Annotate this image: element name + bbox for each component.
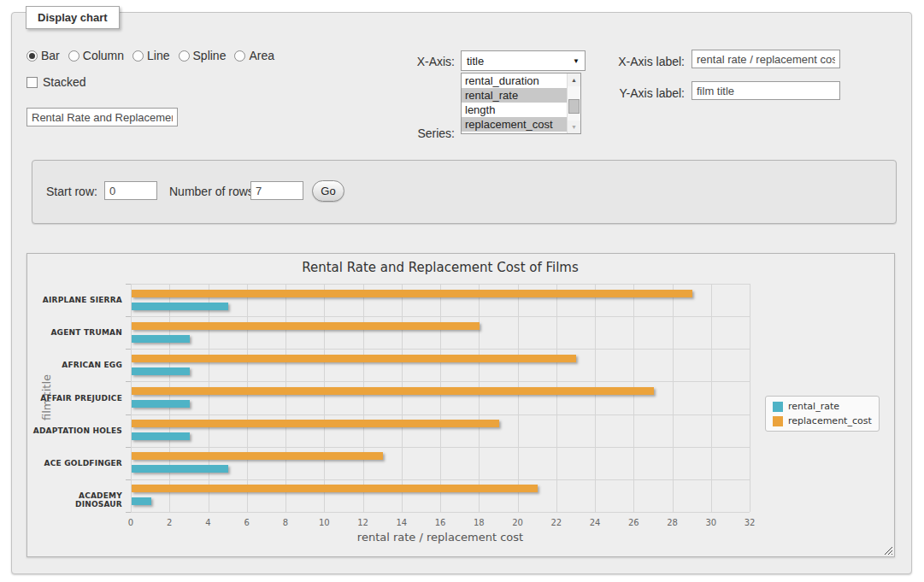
y-category-label: AIRPLANE SIERRA <box>32 296 122 304</box>
resize-grip-icon[interactable] <box>883 545 892 555</box>
scroll-down-icon[interactable]: ▼ <box>568 121 580 133</box>
chart-type-label: Column <box>83 49 124 62</box>
bar-replacement_cost-2[interactable] <box>132 355 576 362</box>
gridline-vertical <box>131 284 132 512</box>
y-category-label: AFRICAN EGG <box>32 361 122 369</box>
gridline-vertical <box>711 284 712 512</box>
chart-type-label: Bar <box>41 49 60 62</box>
gridline-horizontal <box>131 349 750 350</box>
legend-label: rental_rate <box>788 401 839 412</box>
stacked-checkbox-row[interactable]: Stacked <box>26 75 86 89</box>
x-tick-label: 16 <box>435 518 446 527</box>
legend-swatch-icon <box>773 402 783 412</box>
gridline-horizontal <box>131 284 750 285</box>
series-listbox[interactable]: rental_durationrental_ratelengthreplacem… <box>461 73 581 134</box>
x-tick-label: 32 <box>744 518 756 527</box>
chart-type-option-column[interactable]: Column <box>68 49 124 62</box>
chart-title: Rental Rate and Replacement Cost of Film… <box>131 260 750 275</box>
bar-replacement_cost-3[interactable] <box>132 387 654 395</box>
gridline-vertical <box>440 284 441 512</box>
gridline-vertical <box>518 284 519 512</box>
radio-icon[interactable] <box>179 50 190 62</box>
y-category-label: ADAPTATION HOLES <box>32 426 122 435</box>
chart-type-option-spline[interactable]: Spline <box>179 49 227 62</box>
x-axis-label-input[interactable] <box>692 50 840 68</box>
chart-type-option-bar[interactable]: Bar <box>26 49 60 62</box>
y-axis-tick <box>126 349 131 350</box>
bar-rental_rate-2[interactable] <box>132 367 190 375</box>
chart: Rental Rate and Replacement Cost of Film… <box>26 253 895 557</box>
x-axis-title: rental rate / replacement cost <box>131 531 750 544</box>
chart-type-option-line[interactable]: Line <box>132 49 169 62</box>
y-axis-tick <box>126 512 131 513</box>
x-tick-label: 28 <box>667 518 678 527</box>
number-of-rows-label: Number of rows: <box>169 185 257 198</box>
bar-replacement_cost-4[interactable] <box>132 420 499 427</box>
chart-type-option-area[interactable]: Area <box>234 49 274 62</box>
series-option-rental_duration[interactable]: rental_duration <box>462 73 567 88</box>
x-tick-label: 24 <box>590 518 601 527</box>
radio-icon[interactable] <box>132 50 144 62</box>
y-axis-tick <box>126 447 131 448</box>
series-options: rental_durationrental_ratelengthreplacem… <box>462 73 567 133</box>
legend-label: replacement_cost <box>788 415 872 426</box>
rows-panel: Start row: Number of rows: Go <box>32 160 897 224</box>
x-tick-label: 2 <box>167 518 172 527</box>
series-option-length[interactable]: length <box>462 103 567 117</box>
gridline-horizontal <box>131 512 750 513</box>
go-button[interactable]: Go <box>312 180 344 202</box>
x-axis-select[interactable]: title ▼ <box>461 50 586 71</box>
chart-type-label: Line <box>147 49 169 62</box>
radio-icon[interactable] <box>26 50 38 62</box>
scroll-up-icon[interactable]: ▲ <box>568 73 580 86</box>
gridline-vertical <box>750 284 750 512</box>
legend-item-replacement_cost[interactable]: replacement_cost <box>773 415 872 426</box>
series-option-rental_rate[interactable]: rental_rate <box>462 88 567 103</box>
x-tick-label: 12 <box>357 518 368 527</box>
bar-rental_rate-6[interactable] <box>132 497 151 505</box>
stacked-checkbox[interactable] <box>26 77 38 88</box>
radio-icon[interactable] <box>68 50 79 62</box>
bar-rental_rate-1[interactable] <box>132 335 190 343</box>
panel-title: Display chart <box>26 6 120 29</box>
y-category-label: ACADEMY DINOSAUR <box>32 491 122 509</box>
bar-rental_rate-4[interactable] <box>132 432 190 440</box>
chart-title-input[interactable] <box>26 108 178 126</box>
gridline-vertical <box>595 284 596 512</box>
chart-type-label: Area <box>249 49 274 62</box>
bar-rental_rate-3[interactable] <box>132 400 190 408</box>
gridline-vertical <box>169 284 170 512</box>
y-axis-tick <box>126 284 131 285</box>
series-scrollbar[interactable]: ▲ ▼ <box>567 73 580 133</box>
radio-icon[interactable] <box>234 50 245 62</box>
bar-replacement_cost-5[interactable] <box>132 452 383 460</box>
x-tick-label: 8 <box>283 518 288 527</box>
y-axis-tick <box>126 414 131 415</box>
legend-item-rental_rate[interactable]: rental_rate <box>773 401 872 412</box>
scrollbar-thumb[interactable] <box>568 99 580 114</box>
gridline-vertical <box>673 284 674 512</box>
x-tick-label: 14 <box>396 518 407 527</box>
gridline-horizontal <box>131 316 750 317</box>
series-option-replacement_cost[interactable]: replacement_cost <box>462 117 567 132</box>
gridline-vertical <box>479 284 480 512</box>
gridline-horizontal <box>131 447 750 448</box>
bar-replacement_cost-1[interactable] <box>132 322 480 330</box>
x-tick-label: 6 <box>244 518 250 527</box>
x-axis-selected-value: title <box>467 55 484 68</box>
y-axis-label-input[interactable] <box>692 81 840 100</box>
start-row-input[interactable] <box>104 181 157 200</box>
y-category-label: ACE GOLDFINGER <box>32 459 122 467</box>
legend-swatch-icon <box>773 416 783 426</box>
number-of-rows-input[interactable] <box>250 181 303 200</box>
bar-replacement_cost-6[interactable] <box>132 485 538 492</box>
y-axis-tick <box>126 316 131 317</box>
bar-replacement_cost-0[interactable] <box>132 290 692 297</box>
chart-legend: rental_ratereplacement_cost <box>765 396 880 432</box>
bar-rental_rate-0[interactable] <box>132 303 228 310</box>
gridline-vertical <box>363 284 364 512</box>
gridline-vertical <box>402 284 403 512</box>
chart-type-radio-group: Bar Column Line Spline Area <box>26 49 274 62</box>
x-tick-label: 10 <box>319 518 330 527</box>
bar-rental_rate-5[interactable] <box>132 465 228 473</box>
